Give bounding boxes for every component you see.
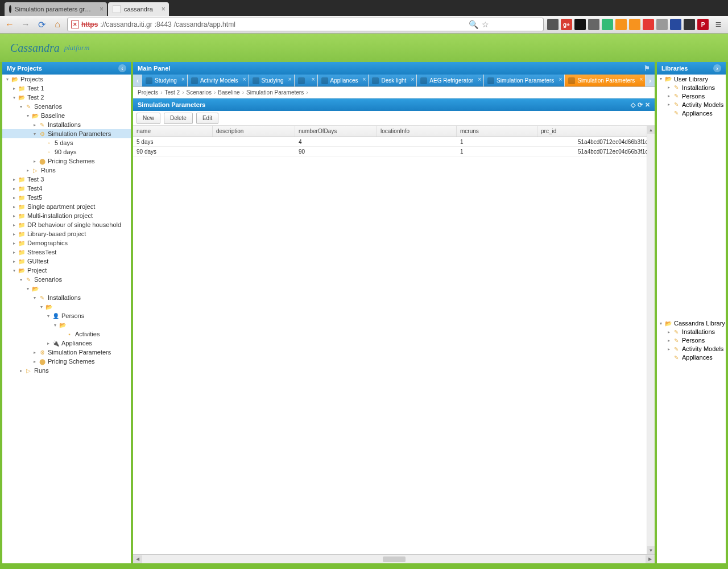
extension-icon[interactable] (629, 19, 640, 30)
extension-icon[interactable] (656, 19, 668, 30)
breadcrumb-item[interactable]: Projects (138, 89, 158, 96)
tab-scroll-left[interactable]: ‹ (133, 75, 142, 86)
close-icon[interactable]: × (243, 76, 246, 83)
expand-icon[interactable]: ▾ (5, 77, 10, 82)
tree-node[interactable]: ▾📂 (2, 302, 131, 311)
tree-node[interactable]: ▸📁Multi-installation project (2, 211, 131, 220)
close-icon[interactable]: × (288, 76, 292, 83)
expand-icon[interactable]: ▸ (11, 213, 17, 218)
extension-icon[interactable]: g+ (561, 19, 572, 30)
expand-icon[interactable]: ▾ (25, 286, 31, 291)
library-item[interactable]: ✎Appliances (657, 109, 726, 117)
doc-tab[interactable]: Simulation Parameters× (565, 75, 645, 86)
scroll-right-icon[interactable]: ▶ (646, 555, 655, 563)
user-library-tree[interactable]: ▾📂User Library▸✎Installations▸✎Persons▸✎… (657, 75, 726, 319)
tree-node[interactable]: ▾⚙Simulation Parameters (2, 129, 131, 138)
browser-tab[interactable]: Simulation parameters gr… × (5, 2, 107, 16)
tree-node[interactable]: ▾📂Baseline (2, 111, 131, 120)
tree-node[interactable]: ▸📁Library-based project (2, 229, 131, 238)
breadcrumb-item[interactable]: Baseline (218, 89, 239, 96)
doc-tab[interactable]: Activity Models× (188, 75, 249, 86)
tree-node[interactable]: ▾✎Installations (2, 293, 131, 302)
expand-icon[interactable]: ▸ (11, 204, 17, 209)
expand-icon[interactable]: ▸ (11, 232, 17, 237)
tree-node[interactable]: ▸✎Installations (2, 120, 131, 129)
column-header[interactable]: name (133, 126, 213, 137)
expand-icon[interactable]: ▾ (11, 95, 17, 100)
library-root[interactable]: ▾📂Cassandra Library (657, 319, 726, 328)
back-button[interactable]: ← (3, 18, 16, 31)
tree-node[interactable]: ▸📁Test5 (2, 193, 131, 202)
tree-node[interactable]: ▾📂 (2, 320, 131, 329)
scroll-left-icon[interactable]: ◀ (133, 555, 142, 563)
close-icon[interactable]: × (312, 76, 315, 83)
breadcrumb-item[interactable]: Simulation Parameters (246, 89, 304, 96)
expand-icon[interactable]: ▸ (32, 359, 38, 364)
home-button[interactable]: ⌂ (51, 18, 64, 31)
tree-node[interactable]: ▸📁Demographics (2, 238, 131, 248)
expand-icon[interactable]: ▸ (666, 347, 672, 352)
expand-icon[interactable]: ▾ (46, 314, 51, 319)
tree-node[interactable]: ▾✎Scenarios (2, 102, 131, 111)
tree-node[interactable]: ▸📁GUItest (2, 257, 131, 266)
doc-tab[interactable]: AEG Refrigerator× (417, 75, 483, 86)
extension-icon[interactable] (615, 19, 627, 30)
expand-icon[interactable]: ▸ (25, 168, 31, 173)
expand-icon[interactable]: ▾ (52, 323, 58, 328)
library-item[interactable]: ▸✎Activity Models (657, 345, 726, 353)
close-icon[interactable]: ✕ (645, 101, 650, 109)
expand-icon[interactable]: ▾ (11, 268, 17, 273)
table-row[interactable]: 5 days4151a4bcd0712ec04d66b3f1ce (133, 137, 655, 147)
close-icon[interactable]: × (100, 5, 104, 13)
library-item[interactable]: ▸✎Persons (657, 92, 726, 100)
extension-icon[interactable] (574, 19, 586, 30)
flag-icon[interactable]: ⚑ (644, 64, 650, 72)
library-item[interactable]: ▸✎Installations (657, 83, 726, 92)
filter-icon[interactable]: ◇ (631, 101, 635, 109)
extension-icon[interactable] (643, 19, 654, 30)
expand-icon[interactable]: ▸ (666, 102, 672, 107)
column-header[interactable]: mcruns (457, 126, 537, 137)
library-item[interactable]: ✎Appliances (657, 353, 726, 362)
tree-node[interactable]: ▾📂Project (2, 266, 131, 275)
tree-node[interactable]: ▾✎Scenarios (2, 275, 131, 284)
tree-node[interactable]: ▸▷Runs (2, 366, 131, 375)
forward-button[interactable]: → (19, 18, 32, 31)
table-row[interactable]: 90 days90151a4bcd0712ec04d66b3f1ce (133, 147, 655, 156)
expand-icon[interactable]: ▸ (11, 259, 17, 264)
doc-tab[interactable]: Studying× (249, 75, 294, 86)
expand-icon[interactable]: ▸ (11, 86, 17, 91)
column-header[interactable]: numberOfDays (295, 126, 377, 137)
expand-icon[interactable]: ▾ (25, 113, 31, 118)
expand-icon[interactable]: ▸ (11, 177, 17, 182)
tree-node[interactable]: ▸📁StressTest (2, 248, 131, 257)
collapse-icon[interactable]: › (713, 64, 721, 72)
tree-node[interactable]: ▾📂Test 2 (2, 93, 131, 102)
tree-node[interactable]: ▾📂 (2, 284, 131, 293)
expand-icon[interactable]: ▾ (32, 295, 38, 300)
cassandra-library-tree[interactable]: ▾📂Cassandra Library▸✎Installations▸✎Pers… (657, 319, 726, 564)
collapse-icon[interactable]: ‹ (118, 64, 126, 72)
expand-icon[interactable]: ▸ (32, 159, 38, 164)
library-item[interactable]: ▸✎Activity Models (657, 100, 726, 109)
tree-node[interactable]: ▸⬤Pricing Schemes (2, 357, 131, 366)
expand-icon[interactable]: ▾ (18, 104, 24, 109)
breadcrumb-item[interactable]: Scenarios (187, 89, 212, 96)
projects-tree[interactable]: ▾📂Projects▸📁Test 1▾📂Test 2▾✎Scenarios▾📂B… (2, 75, 131, 563)
expand-icon[interactable]: ▸ (32, 350, 38, 355)
extension-icon[interactable] (588, 19, 599, 30)
breadcrumb-item[interactable]: Test 2 (164, 89, 180, 96)
tree-node[interactable]: ▸🔌Appliances (2, 339, 131, 348)
tree-node[interactable]: ▫90 days (2, 147, 131, 156)
close-icon[interactable]: × (162, 5, 166, 13)
bookmark-icon[interactable]: ☆ (482, 20, 489, 29)
doc-tab[interactable]: Simulation Parameters× (484, 75, 564, 86)
expand-icon[interactable]: ▾ (658, 76, 664, 81)
extension-icon[interactable]: P (697, 19, 709, 30)
close-icon[interactable]: × (478, 76, 481, 83)
expand-icon[interactable]: ▸ (666, 338, 672, 343)
expand-icon[interactable]: ▸ (11, 195, 17, 200)
expand-icon[interactable]: ▾ (39, 304, 44, 310)
extension-icon[interactable] (602, 19, 613, 30)
library-root[interactable]: ▾📂User Library (657, 75, 726, 83)
